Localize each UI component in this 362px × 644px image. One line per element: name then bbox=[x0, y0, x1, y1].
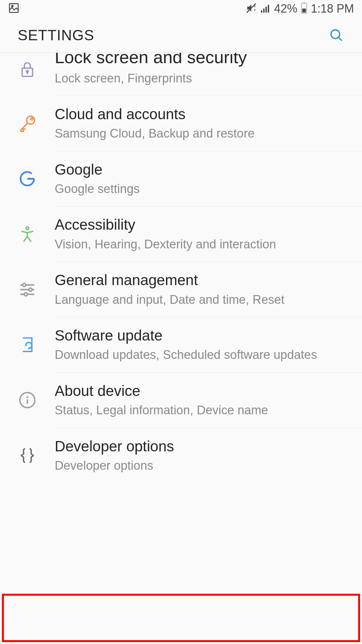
highlight-annotation bbox=[2, 594, 360, 642]
svg-rect-8 bbox=[303, 2, 305, 3]
svg-point-24 bbox=[24, 293, 27, 296]
signal-icon bbox=[260, 3, 271, 15]
item-subtitle: Status, Legal information, Device name bbox=[55, 402, 352, 418]
item-subtitle: Google settings bbox=[55, 181, 352, 197]
status-left bbox=[8, 2, 20, 15]
app-header: SETTINGS bbox=[0, 17, 362, 53]
settings-item-accessibility[interactable]: Accessibility Vision, Hearing, Dexterity… bbox=[0, 207, 362, 262]
lock-icon bbox=[0, 61, 55, 79]
mute-vibrate-icon bbox=[246, 3, 257, 15]
item-title: Accessibility bbox=[55, 216, 352, 234]
item-subtitle: Developer options bbox=[55, 457, 352, 474]
settings-item-lock-screen[interactable]: Lock screen and security Lock screen, Fi… bbox=[0, 53, 362, 96]
item-subtitle: Language and input, Date and time, Reset bbox=[55, 292, 352, 308]
svg-point-20 bbox=[23, 283, 26, 286]
svg-point-16 bbox=[31, 118, 33, 120]
settings-item-software-update[interactable]: Software update Download updates, Schedu… bbox=[0, 317, 362, 372]
update-icon bbox=[0, 336, 55, 354]
svg-rect-5 bbox=[265, 7, 267, 13]
item-title: Cloud and accounts bbox=[55, 105, 352, 124]
item-subtitle: Vision, Hearing, Dexterity and interacti… bbox=[55, 236, 352, 253]
settings-item-about-device[interactable]: About device Status, Legal information, … bbox=[0, 373, 362, 428]
item-subtitle: Download updates, Scheduled software upd… bbox=[55, 347, 352, 363]
svg-point-10 bbox=[331, 30, 340, 38]
svg-point-18 bbox=[26, 227, 29, 229]
battery-icon bbox=[301, 2, 308, 15]
page-title: SETTINGS bbox=[18, 26, 94, 44]
svg-point-13 bbox=[26, 71, 28, 72]
settings-item-general-management[interactable]: General management Language and input, D… bbox=[0, 262, 362, 317]
clock-time: 1:18 PM bbox=[311, 2, 354, 15]
svg-point-1 bbox=[12, 5, 13, 7]
settings-list: Lock screen and security Lock screen, Fi… bbox=[0, 53, 362, 483]
item-subtitle: Samsung Cloud, Backup and restore bbox=[55, 125, 352, 142]
item-title: Software update bbox=[55, 326, 352, 345]
status-bar: 42% 1:18 PM bbox=[0, 0, 362, 17]
battery-percent: 42% bbox=[274, 2, 297, 15]
item-title: Developer options bbox=[55, 437, 352, 456]
search-icon bbox=[329, 28, 344, 43]
item-title: Google bbox=[55, 160, 352, 179]
braces-icon bbox=[0, 447, 55, 465]
svg-point-22 bbox=[29, 288, 32, 291]
svg-rect-6 bbox=[268, 5, 269, 13]
settings-item-developer-options[interactable]: Developer options Developer options bbox=[0, 428, 362, 483]
svg-line-11 bbox=[339, 37, 342, 41]
info-icon bbox=[0, 391, 55, 409]
svg-rect-3 bbox=[261, 10, 262, 13]
item-title: About device bbox=[55, 382, 352, 400]
accessibility-icon bbox=[0, 225, 55, 243]
status-right: 42% 1:18 PM bbox=[246, 2, 354, 15]
google-icon bbox=[0, 170, 55, 188]
svg-rect-9 bbox=[302, 9, 306, 13]
picture-icon bbox=[8, 2, 20, 15]
settings-item-cloud-accounts[interactable]: Cloud and accounts Samsung Cloud, Backup… bbox=[0, 96, 362, 151]
item-title: General management bbox=[55, 271, 352, 290]
key-icon bbox=[0, 114, 55, 133]
search-button[interactable] bbox=[328, 27, 344, 43]
svg-rect-4 bbox=[263, 8, 265, 13]
item-title: Lock screen and security bbox=[55, 53, 352, 68]
settings-item-google[interactable]: Google Google settings bbox=[0, 151, 362, 207]
item-subtitle: Lock screen, Fingerprints bbox=[55, 70, 352, 87]
sliders-icon bbox=[0, 280, 55, 299]
